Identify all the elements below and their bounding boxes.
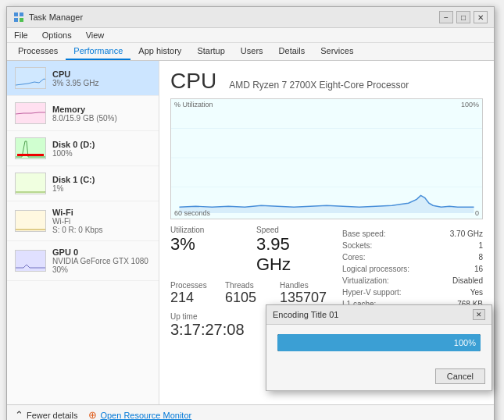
resource-monitor-icon: ⊕ (88, 409, 97, 420)
sidebar-item-disk0[interactable]: Disk 0 (D:) 100% (7, 131, 159, 166)
threads-label: Threads (225, 281, 264, 290)
sockets-key: Sockets: (342, 241, 372, 250)
disk1-label: Disk 1 (C:) (52, 175, 151, 184)
svg-rect-4 (171, 99, 482, 219)
memory-info: Memory 8.0/15.9 GB (50%) (52, 105, 151, 123)
close-button[interactable]: ✕ (474, 11, 488, 23)
memory-sub: 8.0/15.9 GB (50%) (52, 114, 151, 123)
logical-key: Logical processors: (342, 265, 409, 273)
tab-details[interactable]: Details (271, 43, 313, 60)
tab-services[interactable]: Services (313, 43, 361, 60)
wifi-label: Wi-Fi (52, 208, 151, 217)
virt-key: Virtualization: (342, 276, 389, 285)
cpu-info: CPU 3% 3.95 GHz (52, 69, 151, 87)
sidebar-item-cpu[interactable]: CPU 3% 3.95 GHz (7, 61, 159, 96)
disk1-info: Disk 1 (C:) 1% (52, 175, 151, 193)
memory-label: Memory (52, 105, 151, 114)
gpu-sub1: NVIDIA GeForce GTX 1080 (52, 257, 151, 265)
chart-label-0: 0 (475, 209, 479, 217)
minimize-button[interactable]: − (439, 11, 453, 23)
footer: ⌃ Fewer details ⊕ Open Resource Monitor (7, 404, 494, 420)
encoding-dialog: Encoding Title 01 ✕ 100% Cancel (266, 304, 492, 391)
sidebar-item-memory[interactable]: Memory 8.0/15.9 GB (50%) (7, 96, 159, 131)
progress-bar-background: 100% (277, 334, 481, 351)
base-speed-key: Base speed: (342, 230, 386, 238)
disk0-info: Disk 0 (D:) 100% (52, 140, 151, 158)
cpu-chart: % Utilization 100% 60 seconds 0 (170, 98, 483, 219)
fewer-details-icon: ⌃ (15, 409, 23, 420)
svg-rect-1 (20, 12, 23, 16)
maximize-button[interactable]: □ (456, 11, 470, 23)
tab-startup[interactable]: Startup (189, 43, 232, 60)
sidebar-item-disk1[interactable]: Disk 1 (C:) 1% (7, 166, 159, 201)
menu-bar: File Options View (7, 28, 494, 43)
logical-row: Logical processors: 16 (342, 264, 483, 274)
handles-block: Handles 135707 (280, 281, 327, 306)
speed-value: 3.95 GHz (256, 234, 327, 275)
stats-row-1: Utilization 3% Speed 3.95 GHz (170, 226, 327, 275)
open-monitor-item[interactable]: ⊕ Open Resource Monitor (88, 409, 191, 420)
menu-view[interactable]: View (84, 30, 107, 41)
cores-row: Cores: 8 (342, 252, 483, 262)
window-controls: − □ ✕ (439, 11, 488, 23)
wifi-info: Wi-Fi Wi-Fi S: 0 R: 0 Kbps (52, 208, 151, 234)
app-icon (13, 12, 24, 23)
svg-rect-3 (20, 18, 23, 22)
dialog-footer: Cancel (266, 365, 491, 390)
threads-value: 6105 (225, 290, 264, 306)
handles-label: Handles (280, 281, 327, 290)
disk1-thumbnail (15, 173, 46, 194)
menu-options[interactable]: Options (40, 30, 74, 41)
dialog-title-bar: Encoding Title 01 ✕ (266, 305, 491, 325)
chart-label-utilization: % Utilization (174, 101, 213, 109)
chart-svg (171, 99, 482, 219)
stats-row-2: Processes 214 Threads 6105 Handles 13570… (170, 281, 327, 306)
base-speed-row: Base speed: 3.70 GHz (342, 229, 483, 239)
disk0-red-bar (17, 154, 44, 156)
progress-bar-fill (277, 334, 481, 351)
virt-row: Virtualization: Disabled (342, 276, 483, 286)
gpu-thumbnail (15, 250, 46, 272)
logical-val: 16 (474, 265, 483, 273)
processes-block: Processes 214 (170, 281, 209, 306)
cpu-thumbnail (15, 67, 46, 89)
fewer-details-label: Fewer details (27, 411, 77, 420)
cpu-model-name: AMD Ryzen 7 2700X Eight-Core Processor (229, 80, 409, 91)
fewer-details-item[interactable]: ⌃ Fewer details (15, 409, 77, 420)
sockets-row: Sockets: 1 (342, 240, 483, 251)
tab-app-history[interactable]: App history (130, 43, 189, 60)
cancel-button[interactable]: Cancel (435, 368, 485, 384)
sidebar: CPU 3% 3.95 GHz Memory 8.0/15.9 GB (50%) (7, 61, 159, 404)
open-monitor-label[interactable]: Open Resource Monitor (100, 411, 191, 420)
cpu-label: CPU (52, 69, 151, 79)
threads-block: Threads 6105 (225, 281, 264, 306)
chart-label-100: 100% (461, 101, 479, 109)
window-title: Task Manager (29, 12, 83, 22)
tab-users[interactable]: Users (233, 43, 271, 60)
disk0-sub: 100% (52, 149, 151, 158)
progress-label: 100% (454, 338, 476, 347)
gpu-label: GPU 0 (52, 247, 151, 257)
cores-key: Cores: (342, 253, 365, 262)
dialog-body: 100% (266, 325, 491, 365)
speed-block: Speed 3.95 GHz (256, 226, 327, 275)
menu-file[interactable]: File (12, 30, 30, 41)
utilization-block: Utilization 3% (170, 226, 241, 275)
svg-rect-2 (14, 18, 18, 22)
speed-label: Speed (256, 226, 327, 234)
gpu-info: GPU 0 NVIDIA GeForce GTX 1080 30% (52, 247, 151, 274)
dialog-close-button[interactable]: ✕ (473, 309, 485, 320)
memory-thumbnail (15, 102, 46, 124)
dialog-title: Encoding Title 01 (273, 310, 338, 319)
title-bar: Task Manager − □ ✕ (7, 7, 494, 28)
processes-value: 214 (170, 290, 209, 306)
hyperv-row: Hyper-V support: Yes (342, 287, 483, 297)
cpu-main-title: CPU (170, 69, 216, 94)
tab-performance[interactable]: Performance (66, 43, 130, 60)
gpu-sub2: 30% (52, 265, 151, 274)
virt-val: Disabled (452, 276, 483, 285)
tab-processes[interactable]: Processes (10, 43, 66, 60)
sidebar-item-wifi[interactable]: Wi-Fi Wi-Fi S: 0 R: 0 Kbps (7, 201, 159, 241)
svg-rect-0 (14, 12, 18, 16)
sidebar-item-gpu[interactable]: GPU 0 NVIDIA GeForce GTX 1080 30% (7, 241, 159, 281)
